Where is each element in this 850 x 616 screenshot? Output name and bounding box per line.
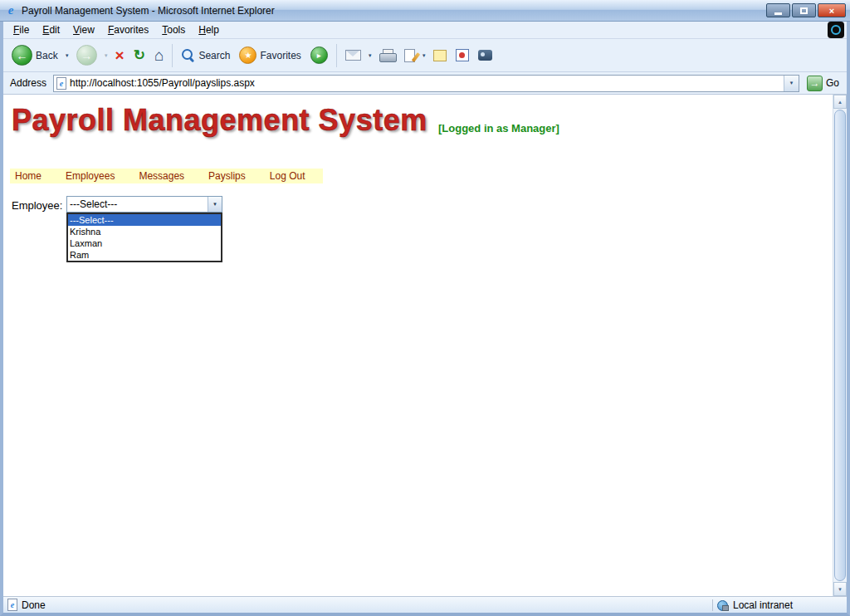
status-text: Done xyxy=(22,599,708,611)
edit-icon xyxy=(404,49,415,62)
minimize-button[interactable] xyxy=(766,3,790,17)
window-body: File Edit View Favorites Tools Help ← Ba… xyxy=(0,22,850,616)
menu-help[interactable]: Help xyxy=(192,22,226,37)
messenger-icon xyxy=(456,49,469,61)
back-dropdown-chevron-icon[interactable]: ▼ xyxy=(64,53,71,58)
refresh-icon: ↻ xyxy=(134,48,145,62)
option-krishna[interactable]: Krishna xyxy=(68,226,221,237)
option-laxman[interactable]: Laxman xyxy=(68,237,221,249)
maximize-button[interactable] xyxy=(792,3,816,17)
search-icon xyxy=(181,48,195,62)
discuss-button[interactable] xyxy=(430,47,450,64)
employee-label: Employee: xyxy=(12,199,62,212)
nav-logout[interactable]: Log Out xyxy=(270,170,305,182)
forward-dropdown-chevron-icon[interactable]: ▼ xyxy=(103,53,110,58)
toolbar: ← Back ▼ → ▼ × ↻ ⌂ Search ★ xyxy=(3,39,847,72)
nav-payslips[interactable]: Payslips xyxy=(208,170,246,182)
scroll-down-button[interactable]: ▼ xyxy=(833,582,847,596)
mail-icon xyxy=(345,50,361,61)
nav-home[interactable]: Home xyxy=(15,170,42,182)
media-button[interactable]: ▸ xyxy=(307,44,331,66)
go-button[interactable]: → Go xyxy=(804,76,843,91)
home-icon: ⌂ xyxy=(154,47,164,63)
statusbar-divider xyxy=(712,599,713,611)
menu-file[interactable]: File xyxy=(7,22,36,37)
toolbar-separator xyxy=(172,44,173,67)
title-bar: Payroll Management System - Microsoft In… xyxy=(0,0,850,22)
maximize-icon xyxy=(800,7,808,14)
mail-dropdown-chevron-icon[interactable]: ▼ xyxy=(367,53,374,58)
back-icon: ← xyxy=(12,45,32,66)
select-dropdown-arrow-icon[interactable]: ▼ xyxy=(208,197,222,212)
local-intranet-icon xyxy=(717,599,729,611)
scroll-up-button[interactable]: ▲ xyxy=(833,95,847,109)
option-ram[interactable]: Ram xyxy=(68,249,221,261)
go-arrow-icon: → xyxy=(807,76,823,91)
address-label: Address xyxy=(7,77,49,89)
status-bar: Done Local intranet xyxy=(3,596,847,613)
close-icon: × xyxy=(829,6,834,16)
media-icon: ▸ xyxy=(310,46,328,64)
nav-employees[interactable]: Employees xyxy=(66,170,115,182)
nav-menu: Home Employees Messages Payslips Log Out xyxy=(10,169,323,183)
messenger-button[interactable] xyxy=(452,46,472,64)
employee-options-list: ---Select--- Krishna Laxman Ram xyxy=(66,213,222,262)
menu-edit[interactable]: Edit xyxy=(36,22,66,37)
edit-dropdown-chevron-icon[interactable]: ▼ xyxy=(421,53,427,58)
scrollbar-thumb[interactable] xyxy=(834,110,846,581)
favorites-button[interactable]: ★ Favorites xyxy=(236,44,304,66)
browser-window: Payroll Management System - Microsoft In… xyxy=(0,0,850,616)
search-button[interactable]: Search xyxy=(178,46,233,65)
favorites-star-icon: ★ xyxy=(239,46,256,64)
forward-button[interactable]: → xyxy=(73,42,100,68)
window-title: Payroll Management System - Microsoft In… xyxy=(22,5,765,17)
stop-button[interactable]: × xyxy=(112,45,128,66)
option-select-placeholder[interactable]: ---Select--- xyxy=(68,214,221,226)
address-input[interactable]: http://localhost:1055/Payroll/payslips.a… xyxy=(53,75,799,92)
refresh-button[interactable]: ↻ xyxy=(130,46,149,65)
employee-select[interactable]: ---Select--- ▼ xyxy=(66,196,222,213)
login-status: [Logged in as Manager] xyxy=(438,122,559,134)
browser-viewport: Payroll Management System [Logged in as … xyxy=(3,95,847,596)
toolbar-separator-2 xyxy=(336,44,337,67)
home-button[interactable]: ⌂ xyxy=(151,45,167,66)
menu-tools[interactable]: Tools xyxy=(155,22,192,37)
stop-icon: × xyxy=(115,47,125,63)
print-icon xyxy=(379,49,395,62)
go-label: Go xyxy=(826,77,839,89)
zone-text: Local intranet xyxy=(733,599,843,611)
back-button[interactable]: ← Back xyxy=(8,42,61,68)
status-page-icon xyxy=(7,599,17,611)
mail-button[interactable] xyxy=(342,47,364,63)
back-label: Back xyxy=(36,50,58,61)
address-bar: Address http://localhost:1055/Payroll/pa… xyxy=(3,72,847,95)
page-content: Payroll Management System [Logged in as … xyxy=(3,95,833,596)
menu-bar: File Edit View Favorites Tools Help xyxy=(3,22,847,39)
close-button[interactable]: × xyxy=(818,3,846,17)
page-title: Payroll Management System xyxy=(12,103,427,138)
page-icon xyxy=(56,77,66,90)
vertical-scrollbar[interactable]: ▲ ▼ xyxy=(833,95,847,596)
menu-favorites[interactable]: Favorites xyxy=(101,22,155,37)
address-dropdown-button[interactable]: ▼ xyxy=(784,76,799,91)
print-button[interactable] xyxy=(376,46,398,65)
forward-icon: → xyxy=(76,45,97,66)
ie-logo-icon xyxy=(4,4,17,17)
employee-select-value: ---Select--- xyxy=(67,197,208,212)
scrollbar-track[interactable] xyxy=(833,109,847,582)
address-url: http://localhost:1055/Payroll/payslips.a… xyxy=(70,77,780,89)
search-label: Search xyxy=(198,50,230,61)
edit-button[interactable] xyxy=(401,46,418,65)
favorites-label: Favorites xyxy=(260,50,300,61)
minimize-icon xyxy=(774,12,782,15)
research-icon xyxy=(478,50,492,61)
menu-view[interactable]: View xyxy=(66,22,101,37)
throbber-icon xyxy=(828,22,844,38)
discuss-icon xyxy=(433,50,447,61)
nav-messages[interactable]: Messages xyxy=(139,170,184,182)
research-button[interactable] xyxy=(475,47,496,63)
